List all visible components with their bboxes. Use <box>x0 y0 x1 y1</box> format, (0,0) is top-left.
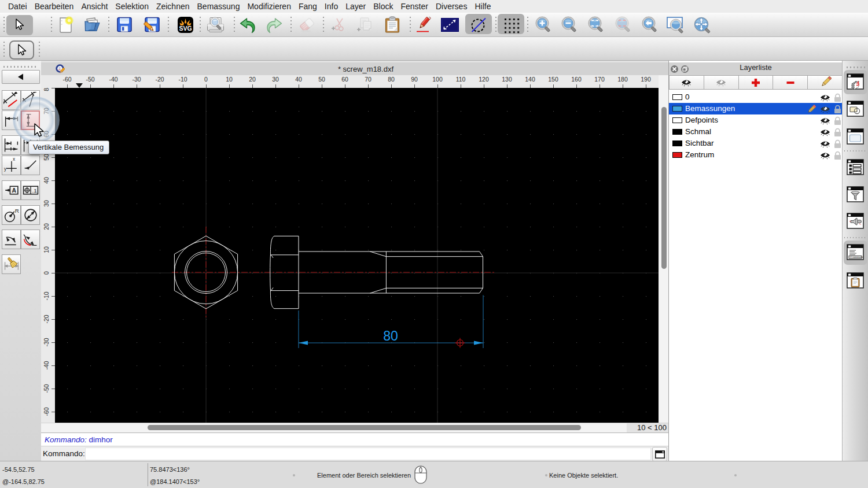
menu-info[interactable]: Info <box>325 2 338 11</box>
zoom-window-button[interactable] <box>667 16 685 34</box>
menu-fenster[interactable]: Fenster <box>400 2 428 11</box>
command-input[interactable] <box>85 448 651 460</box>
palette-drag-handle[interactable] <box>3 66 37 68</box>
layer-visibility-eye-icon[interactable] <box>820 93 830 104</box>
layer-color-swatch[interactable] <box>672 141 682 146</box>
selection-pointer-button[interactable] <box>9 40 34 60</box>
draw-circle-line-button[interactable] <box>469 16 488 34</box>
menu-layer[interactable]: Layer <box>345 2 366 11</box>
new-file-button[interactable] <box>57 16 75 34</box>
view-window-dock-button[interactable] <box>847 128 865 146</box>
block-list-dock-button[interactable] <box>847 101 865 119</box>
layer-row-sichtbar[interactable]: Sichtbar <box>669 138 843 149</box>
layer-row-zentrum[interactable]: Zentrum <box>669 149 843 161</box>
cut-button[interactable] <box>330 16 349 34</box>
vertical-scrollbar[interactable] <box>659 75 668 423</box>
layer-row-schmal[interactable]: Schmal <box>669 126 843 138</box>
arc-dimension-button[interactable] <box>21 230 40 249</box>
layer-row-0[interactable]: 0 <box>669 91 843 103</box>
save-button[interactable] <box>115 16 134 34</box>
selection-filter-dock-button[interactable] <box>847 186 865 204</box>
horizontal-scrollbar[interactable]: 10 < 100 <box>41 423 668 432</box>
undo-button[interactable] <box>238 16 257 34</box>
rotated-dimension-button[interactable] <box>21 90 40 110</box>
dimension-broom-button[interactable] <box>2 254 21 274</box>
menu-datei[interactable]: Datei <box>8 2 27 11</box>
menu-bearbeiten[interactable]: Bearbeiten <box>35 2 74 11</box>
menu-ansicht[interactable]: Ansicht <box>81 2 108 11</box>
menu-diverses[interactable]: Diverses <box>436 2 467 11</box>
layer-color-swatch[interactable] <box>672 106 682 112</box>
svg-export-button[interactable]: SVG <box>176 16 194 34</box>
zoom-previous-button[interactable] <box>641 16 659 34</box>
layer-row-bemassungen[interactable]: Bemassungen <box>669 103 843 114</box>
paste-button[interactable] <box>383 16 402 34</box>
menu-modifizieren[interactable]: Modifizieren <box>247 2 290 11</box>
edit-layer-button[interactable] <box>808 75 843 90</box>
copy-button[interactable] <box>356 16 374 34</box>
palette-back-button[interactable] <box>2 70 40 84</box>
pan-button[interactable] <box>693 16 712 34</box>
layer-visibility-eye-icon[interactable] <box>820 128 830 139</box>
show-all-layers-button[interactable] <box>669 75 704 90</box>
zoom-auto-button[interactable] <box>587 16 605 34</box>
zoom-selection-button[interactable] <box>614 16 632 34</box>
leader-button[interactable] <box>21 156 40 175</box>
layer-visibility-eye-icon[interactable] <box>820 151 830 162</box>
menu-selektion[interactable]: Selektion <box>115 2 149 11</box>
aligned-dimension-button[interactable] <box>2 90 21 110</box>
zoom-in-button[interactable] <box>534 16 553 34</box>
dock-drag-handle[interactable] <box>847 66 865 68</box>
diameter-dimension-button[interactable] <box>21 205 40 225</box>
tolerance-button[interactable]: .1 <box>21 180 40 200</box>
select-button[interactable] <box>10 16 29 34</box>
toolbar-separator <box>108 17 109 33</box>
baseline-dimension-button[interactable] <box>2 135 21 155</box>
layer-color-swatch[interactable] <box>672 94 682 100</box>
horizontal-scrollbar-thumb[interactable] <box>148 425 581 430</box>
svg-text:R: R <box>14 207 19 213</box>
layer-visibility-eye-icon[interactable] <box>820 116 830 127</box>
ordinate-dimension-button[interactable]: xy <box>2 156 21 175</box>
command-announcer-dock-button[interactable] <box>847 213 865 231</box>
layer-color-swatch[interactable] <box>672 117 682 123</box>
command-window-toggle-button[interactable] <box>652 447 667 461</box>
layer-color-swatch[interactable] <box>672 129 682 135</box>
remove-layer-button[interactable] <box>773 75 808 90</box>
draw-freehand-button[interactable] <box>414 16 433 34</box>
layer-list-dock-button[interactable] <box>847 73 865 91</box>
menu-fang[interactable]: Fang <box>299 2 317 11</box>
menu-zeichnen[interactable]: Zeichnen <box>156 2 190 11</box>
clipboard-panel-dock-button[interactable] <box>847 272 865 290</box>
angular-dimension-button[interactable] <box>2 230 21 249</box>
menu-bemassung[interactable]: Bemassung <box>197 2 240 11</box>
redo-button[interactable] <box>265 16 284 34</box>
layer-color-swatch[interactable] <box>672 152 682 158</box>
vertical-scrollbar-thumb[interactable] <box>661 107 667 269</box>
layer-row-defpoints[interactable]: Defpoints <box>669 114 843 126</box>
zoom-out-button[interactable] <box>560 16 579 34</box>
layer-lock-icon[interactable] <box>834 151 841 162</box>
property-editor-dock-button[interactable] <box>847 159 865 177</box>
radius-dimension-button[interactable]: R <box>2 205 21 225</box>
label-dimension-button[interactable]: A <box>2 180 21 200</box>
open-file-button[interactable] <box>83 16 102 34</box>
print-preview-button[interactable] <box>207 16 226 34</box>
layer-panel-float-button[interactable] <box>681 65 689 73</box>
layer-visibility-eye-icon[interactable] <box>820 139 830 150</box>
grid-toggle-button[interactable] <box>502 16 520 34</box>
eraser-button[interactable] <box>298 16 317 34</box>
layer-visibility-eye-icon[interactable] <box>820 105 830 116</box>
save-as-button[interactable] <box>143 16 161 34</box>
menu-hilfe[interactable]: Hilfe <box>475 2 491 11</box>
drawing-canvas[interactable]: 80 <box>55 88 659 423</box>
layer-panel-close-button[interactable] <box>671 65 678 73</box>
command-window-dock-button[interactable]: C command <box>847 244 865 262</box>
horizontale-bemessung-button[interactable] <box>2 110 21 130</box>
selection-rectangle-button[interactable] <box>440 16 459 34</box>
svg-text:A: A <box>12 187 16 194</box>
hide-all-layers-button[interactable] <box>704 75 739 90</box>
qcad-window-icon <box>56 64 65 76</box>
menu-block[interactable]: Block <box>373 2 393 11</box>
add-layer-button[interactable] <box>739 75 774 90</box>
